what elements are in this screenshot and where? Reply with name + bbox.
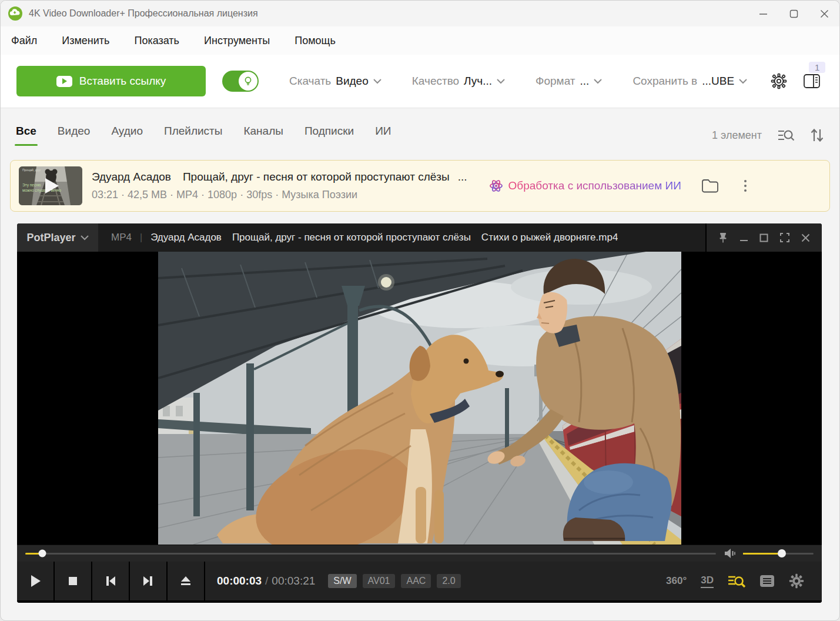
download-label: Скачать	[289, 75, 331, 88]
svg-text:Прощай, друг: Прощай, друг	[22, 168, 41, 172]
volume-handle[interactable]	[778, 549, 786, 557]
smart-mode-toggle[interactable]	[222, 71, 259, 92]
format-label: Формат	[536, 75, 575, 88]
ai-status-text: Обработка с использованием ИИ	[508, 179, 681, 192]
time-display: 00:00:03/00:03:21	[217, 575, 315, 587]
video-play-icon	[56, 76, 72, 87]
open-folder-button[interactable]	[701, 178, 719, 193]
tab-playlists[interactable]: Плейлисты	[164, 125, 222, 146]
seek-bar[interactable]	[25, 553, 716, 555]
tab-all[interactable]: Все	[16, 125, 36, 146]
chevron-down-icon	[81, 235, 89, 241]
audio-codec-badge: AAC	[401, 574, 431, 588]
item-menu-button[interactable]	[740, 180, 751, 192]
player-settings-button[interactable]	[789, 573, 804, 589]
folder-icon	[701, 178, 719, 193]
maximize-button[interactable]	[778, 1, 809, 26]
codec-badges: S/W AV01 AAC 2.0	[328, 574, 460, 588]
player-minimize-button[interactable]	[739, 233, 748, 242]
save-to-dropdown[interactable]: Сохранить в ...UBE	[632, 75, 747, 88]
player-bottom-frame	[17, 600, 822, 603]
player-window-controls	[705, 223, 822, 252]
download-item-card[interactable]: Прощай, друг Эту песню можно слушать веч…	[10, 160, 830, 212]
chevron-down-icon	[497, 79, 505, 84]
toolbar: Вставить ссылку Скачать Видео Качество Л…	[1, 55, 839, 108]
chevron-down-icon	[594, 79, 602, 84]
search-list-icon[interactable]	[777, 128, 795, 143]
previous-button[interactable]	[92, 562, 129, 600]
ai-processing-status: Обработка с использованием ИИ	[488, 178, 681, 193]
seek-handle[interactable]	[39, 550, 46, 557]
app-window: 4K Video Downloader+ Профессиональная ли…	[0, 0, 840, 621]
menu-file[interactable]: Файл	[11, 35, 37, 47]
quality-label: Качество	[412, 75, 459, 88]
playlist-search-button[interactable]	[728, 573, 745, 589]
lightbulb-icon	[243, 76, 253, 86]
player-format-badge: MP4	[111, 232, 132, 243]
potplayer-window: PotPlayer MP4 | Эдуард АсадовПрощай, дру…	[17, 223, 822, 603]
controls-info: 00:00:03/00:03:21 S/W AV01 AAC 2.0 360° …	[205, 562, 822, 600]
speaker-icon[interactable]	[724, 548, 737, 559]
tab-channels[interactable]: Каналы	[243, 125, 283, 146]
pin-button[interactable]	[718, 232, 728, 243]
tab-ai[interactable]: ИИ	[375, 125, 391, 146]
quality-value: Луч...	[464, 75, 492, 88]
quality-dropdown[interactable]: Качество Луч...	[412, 75, 505, 88]
chevron-down-icon	[373, 79, 381, 84]
next-button[interactable]	[130, 562, 166, 600]
download-type-dropdown[interactable]: Скачать Видео	[289, 75, 381, 88]
item-title: Эдуард АсадовПрощай, друг - песня от кот…	[92, 171, 467, 183]
player-media-title: Эдуард АсадовПрощай, друг - песня от кот…	[150, 232, 618, 243]
view-3d-button[interactable]: 3D	[701, 575, 714, 588]
gear-icon	[770, 72, 788, 90]
play-button[interactable]	[17, 562, 53, 600]
sort-icon[interactable]	[810, 128, 824, 143]
player-close-button[interactable]	[801, 233, 810, 242]
minimize-button[interactable]	[748, 1, 778, 26]
player-fullscreen-button[interactable]	[780, 233, 789, 242]
player-right-controls: 360° 3D	[666, 573, 810, 589]
video-area[interactable]	[17, 252, 822, 545]
ai-sparkle-icon	[488, 178, 504, 193]
side-panel-button[interactable]: 1	[802, 71, 822, 91]
window-controls	[748, 1, 839, 26]
tabs-right: 1 элемент	[712, 128, 824, 143]
paste-link-button[interactable]: Вставить ссылку	[16, 66, 206, 96]
player-maximize-button[interactable]	[759, 233, 768, 242]
save-to-value: ...UBE	[702, 75, 734, 88]
menu-tools[interactable]: Инструменты	[204, 35, 270, 47]
chevron-down-icon	[739, 79, 747, 84]
tab-audio[interactable]: Аудио	[111, 125, 143, 146]
volume-control	[724, 548, 814, 559]
eject-button[interactable]	[168, 562, 204, 600]
svg-text:Эту песню: Эту песню	[22, 183, 41, 188]
playlist-button[interactable]	[759, 575, 775, 587]
save-to-label: Сохранить в	[632, 75, 697, 88]
settings-button[interactable]	[769, 71, 789, 91]
toggle-knob	[239, 72, 257, 91]
decoder-badge: S/W	[328, 574, 356, 588]
thumbnail-image: Прощай, друг Эту песню можно слушать веч…	[19, 166, 82, 205]
menu-edit[interactable]: Изменить	[62, 35, 109, 47]
tab-subscriptions[interactable]: Подписки	[304, 125, 354, 146]
item-thumbnail[interactable]: Прощай, друг Эту песню можно слушать веч…	[19, 166, 82, 205]
app-logo-icon	[8, 6, 23, 21]
title-divider: |	[140, 232, 142, 243]
format-dropdown[interactable]: Формат ...	[536, 75, 602, 88]
item-text: Эдуард АсадовПрощай, друг - песня от кот…	[92, 171, 467, 201]
item-meta: 03:21 · 42,5 MB · MP4 · 1080p · 30fps · …	[92, 189, 467, 201]
panel-count-badge: 1	[809, 62, 825, 73]
view-360-button[interactable]: 360°	[666, 575, 687, 587]
tab-video[interactable]: Видео	[58, 125, 91, 146]
channels-badge: 2.0	[437, 574, 460, 588]
stop-button[interactable]	[55, 562, 91, 600]
download-value: Видео	[336, 75, 369, 88]
player-title-bar: PotPlayer MP4 | Эдуард АсадовПрощай, дру…	[17, 223, 822, 252]
volume-slider[interactable]	[743, 553, 814, 555]
svg-text:можно слушать вечно: можно слушать вечно	[22, 188, 61, 193]
menu-view[interactable]: Показать	[134, 35, 179, 47]
menu-help[interactable]: Помощь	[294, 35, 336, 47]
potplayer-menu-button[interactable]: PotPlayer	[17, 223, 98, 252]
seek-row	[17, 545, 822, 562]
close-button[interactable]	[809, 1, 839, 26]
